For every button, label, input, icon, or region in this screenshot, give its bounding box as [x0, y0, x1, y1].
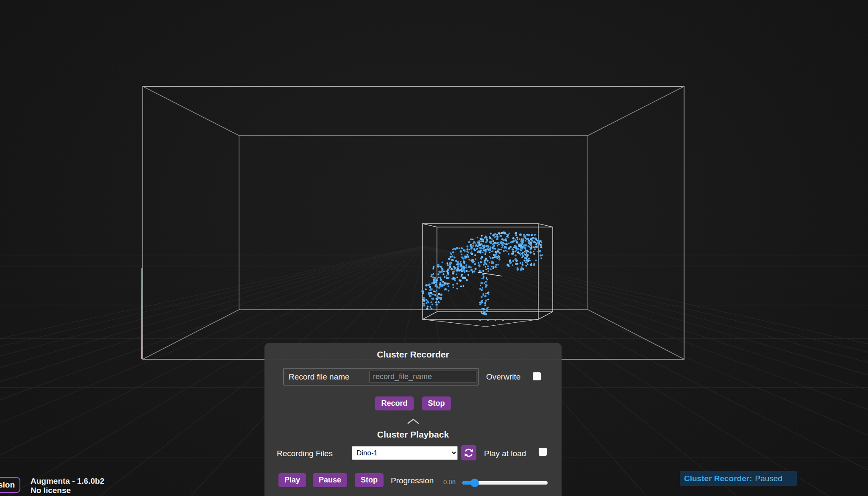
recorder-status-label: Cluster Recorder:	[684, 474, 752, 483]
record-file-input[interactable]	[369, 371, 476, 383]
app-version: Augmenta - 1.6.0b2	[31, 477, 104, 486]
fusion-badge-label: sion	[0, 480, 15, 490]
progression-value: 0.08	[443, 478, 456, 485]
app-version-block: Augmenta - 1.6.0b2 No license	[31, 477, 104, 495]
fusion-badge[interactable]: sion	[0, 477, 20, 493]
orientation-marker	[478, 272, 502, 276]
record-file-label: Record file name	[289, 372, 350, 382]
license-status: No license	[31, 486, 104, 495]
recording-files-label: Recording Files	[277, 449, 333, 458]
cluster-recorder-panel: Cluster Recorder Record file name Overwr…	[264, 343, 562, 496]
progression-slider[interactable]	[462, 481, 548, 485]
refresh-button[interactable]	[461, 445, 476, 460]
cluster-recorder-title: Cluster Recorder	[264, 349, 562, 360]
recorder-status-bar: Cluster Recorder: Paused	[680, 471, 797, 486]
recording-files-select[interactable]: Dino-1	[352, 446, 458, 460]
play-button[interactable]: Play	[278, 473, 306, 487]
play-at-load-checkbox[interactable]	[539, 448, 547, 456]
progression-slider-thumb[interactable]	[470, 479, 479, 487]
record-file-group: Record file name	[283, 368, 479, 385]
play-at-load-label: Play at load	[484, 449, 526, 458]
chevron-up-icon	[406, 418, 420, 425]
record-stop-button[interactable]: Stop	[422, 396, 451, 410]
collapse-chevron[interactable]	[264, 418, 562, 425]
recorder-status-value: Paused	[755, 474, 782, 483]
record-controls: Record Stop	[264, 396, 562, 410]
playback-stop-button[interactable]: Stop	[355, 473, 384, 487]
app-window: Cluster Recorder Record file name Overwr…	[0, 0, 868, 496]
pause-button[interactable]: Pause	[313, 473, 347, 487]
progression-label: Progression	[391, 476, 434, 485]
overwrite-label: Overwrite	[486, 372, 520, 382]
refresh-icon	[464, 448, 474, 458]
record-button[interactable]: Record	[375, 396, 413, 410]
cluster-playback-title: Cluster Playback	[264, 429, 562, 440]
overwrite-checkbox[interactable]	[533, 372, 541, 380]
